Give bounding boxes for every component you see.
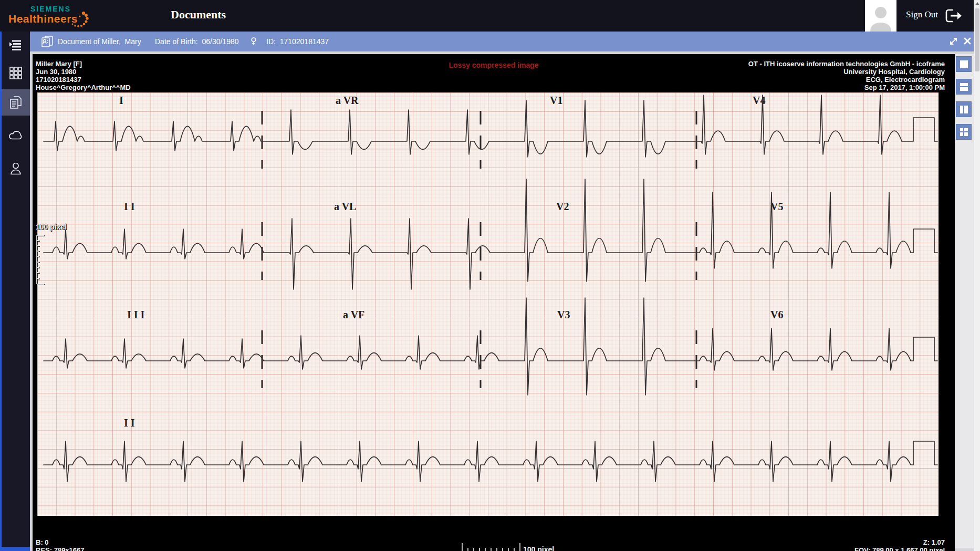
layout-2-rows-button[interactable] bbox=[956, 79, 972, 95]
top-bar: SIEMENS Healthineers Documents Sign Out bbox=[0, 0, 974, 32]
sign-out-icon[interactable] bbox=[945, 8, 963, 23]
brand-healthineers: Healthineers bbox=[8, 13, 78, 25]
sidebar-item-cloud[interactable] bbox=[2, 123, 30, 148]
overlay-patient-dob: Jun 30, 1980 bbox=[36, 68, 131, 76]
user-avatar[interactable] bbox=[865, 0, 896, 32]
ecg-plot: Ia VRV1V4I Ia VLV2V5I I Ia VFV3V6I I bbox=[37, 92, 939, 516]
layout-1x1-icon bbox=[960, 60, 968, 68]
horizontal-scale-label: 100 pixel bbox=[523, 546, 554, 551]
page-title: Documents bbox=[171, 8, 226, 22]
layout-2x2-button[interactable] bbox=[956, 124, 972, 140]
vertical-scale-label: 100 pixel bbox=[36, 223, 67, 231]
detach-window-icon[interactable] bbox=[949, 37, 958, 46]
female-gender-icon: ♀ bbox=[251, 36, 257, 46]
ecg-viewport[interactable]: Ia VRV1V4I Ia VLV2V5I I Ia VFV3V6I I Mil… bbox=[33, 54, 955, 551]
overlay-referring-physician: House^Gregory^Arthur^^MD bbox=[36, 84, 131, 91]
image-viewer-frame: Ia VRV1V4I Ia VLV2V5I I Ia VFV3V6I I Mil… bbox=[30, 51, 974, 551]
sidebar-item-worklist[interactable] bbox=[2, 33, 30, 57]
overlay-study-description: ECG, Electrocardiogram bbox=[748, 76, 945, 84]
svg-text:V4: V4 bbox=[753, 95, 765, 106]
layout-1x1-button[interactable] bbox=[956, 56, 972, 72]
documents-icon bbox=[8, 95, 23, 110]
svg-text:I I: I I bbox=[124, 417, 135, 429]
lossy-compression-warning: Lossy compressed image bbox=[449, 61, 538, 69]
sidebar-item-grid[interactable] bbox=[2, 60, 30, 85]
patient-icon bbox=[9, 161, 23, 176]
svg-text:V3: V3 bbox=[557, 309, 570, 320]
layout-2-cols-button[interactable] bbox=[956, 101, 972, 117]
overlay-patient-name: Miller Mary [F] bbox=[36, 60, 131, 68]
svg-text:V1: V1 bbox=[550, 95, 562, 106]
close-icon[interactable] bbox=[963, 37, 972, 45]
overlay-status-right: Z: 1.07 FOV: 789.00 x 1,667.00 pixel bbox=[854, 538, 945, 551]
brand-dots-icon bbox=[70, 10, 93, 29]
svg-text:a VF: a VF bbox=[343, 309, 364, 320]
overlay-patient-id: 171020181437 bbox=[36, 76, 131, 84]
svg-text:V2: V2 bbox=[556, 201, 569, 212]
svg-text:V5: V5 bbox=[770, 201, 783, 212]
layout-2x2-icon bbox=[960, 128, 968, 136]
svg-text:a VR: a VR bbox=[336, 95, 359, 106]
patient-context-bar: Document of Miller, Mary Date of Birth: … bbox=[30, 32, 974, 51]
overlay-department: University Hospital, Cardiology bbox=[748, 68, 945, 76]
status-zoom: Z: 1.07 bbox=[854, 538, 945, 546]
cloud-icon bbox=[8, 129, 23, 142]
grid-icon bbox=[9, 66, 23, 79]
patient-document-icon bbox=[40, 35, 54, 48]
horizontal-ruler-icon bbox=[462, 543, 520, 551]
layout-tool-strip bbox=[955, 54, 974, 548]
patient-id-label: ID: 171020181437 bbox=[266, 37, 329, 46]
patient-name-label: Document of Miller, Mary bbox=[58, 37, 141, 46]
overlay-study-info: OT - ITH icoserve information technologi… bbox=[748, 60, 945, 91]
siemens-healthineers-logo: SIEMENS Healthineers bbox=[8, 3, 92, 29]
scrollbar-thumb[interactable] bbox=[975, 8, 979, 71]
svg-text:I: I bbox=[119, 95, 123, 106]
overlay-study-datetime: Sep 17, 2017, 1:00:00 PM bbox=[748, 84, 945, 91]
status-resolution: RES: 789x1667 bbox=[36, 546, 85, 551]
page-scrollbar[interactable] bbox=[974, 0, 980, 551]
worklist-icon bbox=[9, 38, 23, 51]
svg-text:a VL: a VL bbox=[334, 201, 356, 212]
vertical-ruler-icon bbox=[36, 235, 48, 285]
nav-sidebar bbox=[2, 32, 30, 547]
status-brightness: B: 0 bbox=[36, 538, 85, 546]
sign-out-button[interactable]: Sign Out bbox=[906, 9, 938, 20]
sidebar-item-documents[interactable] bbox=[2, 89, 30, 116]
svg-text:I I I: I I I bbox=[127, 309, 145, 320]
status-fov: FOV: 789.00 x 1,667.00 pixel bbox=[854, 546, 945, 551]
person-silhouette-icon bbox=[865, 0, 896, 32]
overlay-patient-info: Miller Mary [F] Jun 30, 1980 17102018143… bbox=[36, 60, 131, 91]
sidebar-item-patient[interactable] bbox=[2, 157, 30, 181]
overlay-institution: OT - ITH icoserve information technologi… bbox=[748, 60, 945, 68]
layout-2-rows-icon bbox=[960, 83, 968, 91]
scrollbar-up-arrow-icon[interactable] bbox=[975, 2, 979, 5]
patient-dob-label: Date of Birth: 06/30/1980 bbox=[155, 37, 239, 46]
brand-siemens: SIEMENS bbox=[30, 5, 71, 13]
overlay-status-left: B: 0 RES: 789x1667 bbox=[36, 538, 85, 551]
svg-text:I I: I I bbox=[124, 201, 135, 212]
svg-text:V6: V6 bbox=[770, 309, 783, 320]
layout-2-cols-icon bbox=[960, 106, 968, 113]
app-root: { "topbar": { "brand_line1": "SIEMENS", … bbox=[0, 0, 980, 551]
